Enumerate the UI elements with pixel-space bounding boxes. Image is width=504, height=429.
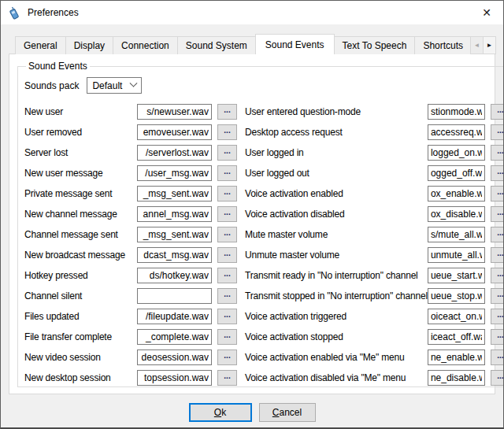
sound-event-row: File transfer complete... [21,327,237,347]
sound-event-row: User logged out... [242,163,504,183]
sound-file-input[interactable] [428,186,485,202]
browse-button[interactable]: ... [217,124,237,140]
sound-event-row: Voice activation enabled via "Me" menu..… [242,347,504,368]
sound-event-label: Private message sent [21,188,137,199]
browse-button[interactable]: ... [491,309,504,324]
browse-button[interactable]: ... [491,288,504,304]
sound-file-input[interactable] [137,349,212,365]
sounds-pack-value: Default [92,80,122,91]
cancel-button[interactable]: Cancel [259,403,316,422]
sound-file-input[interactable] [428,349,485,365]
titlebar: Preferences ✕ [1,1,503,24]
sound-file-input[interactable] [137,104,212,120]
sound-file-input[interactable] [428,370,485,386]
sounds-pack-select[interactable]: Default [87,77,142,94]
sound-file-input[interactable] [428,288,485,304]
sound-file-input[interactable] [137,145,212,161]
tab-scroll-right-icon[interactable]: ► [483,36,496,54]
sound-event-label: User entered question-mode [242,106,428,117]
browse-button[interactable]: ... [217,288,237,304]
sound-event-row: Hotkey pressed... [21,265,237,286]
tab-sound-events[interactable]: Sound Events [255,34,335,54]
sound-event-row: Voice activation stopped... [242,327,504,347]
ok-accesskey: O [214,407,221,418]
browse-button[interactable]: ... [217,247,237,263]
browse-button[interactable]: ... [217,206,237,222]
browse-button[interactable]: ... [491,124,504,140]
browse-button[interactable]: ... [491,186,504,202]
sound-file-input[interactable] [428,309,485,324]
dialog-buttons: Ok Cancel [1,403,503,422]
browse-button[interactable]: ... [491,206,504,222]
sound-file-input[interactable] [137,329,212,345]
browse-button[interactable]: ... [217,329,237,345]
browse-button[interactable]: ... [491,268,504,283]
browse-button[interactable]: ... [217,165,237,181]
sound-file-input[interactable] [137,370,212,386]
browse-button[interactable]: ... [217,186,237,202]
browse-button[interactable]: ... [217,349,237,365]
browse-button[interactable]: ... [217,370,237,386]
sound-event-row: Mute master volume... [242,224,504,245]
sound-file-input[interactable] [137,206,212,222]
browse-button[interactable]: ... [217,309,237,324]
browse-button[interactable]: ... [491,349,504,365]
sound-event-row: Files updated... [21,306,237,327]
sound-file-input[interactable] [428,268,485,283]
tab-sound-system[interactable]: Sound System [177,36,256,54]
tab-scroll-left-icon[interactable]: ◄ [470,36,484,54]
browse-button[interactable]: ... [491,145,504,161]
sound-event-row: New user... [21,102,237,122]
sound-event-label: User logged out [242,168,428,179]
browse-button[interactable]: ... [217,104,237,120]
sound-file-input[interactable] [137,165,212,181]
tab-text-to-speech[interactable]: Text To Speech [334,36,416,54]
browse-button[interactable]: ... [491,247,504,263]
sound-event-label: New user message [21,168,137,179]
chevron-down-icon [130,80,138,87]
preferences-window: Preferences ✕ GeneralDisplayConnectionSo… [0,0,504,429]
sound-event-label: Transmit stopped in "No interruption" ch… [242,290,428,301]
sound-file-input[interactable] [137,288,212,304]
sound-file-input[interactable] [137,309,212,324]
sound-file-input[interactable] [137,186,212,202]
browse-button[interactable]: ... [491,370,504,386]
sound-file-input[interactable] [428,165,485,181]
sound-event-row: New broadcast message... [21,245,237,265]
window-title: Preferences [28,7,79,18]
close-icon[interactable]: ✕ [470,1,503,24]
sounds-pack-row: Sounds pack Default [24,77,504,94]
sound-event-label: Unmute master volume [242,250,428,261]
tab-shortcuts[interactable]: Shortcuts [414,36,470,54]
tab-connection[interactable]: Connection [113,36,178,54]
ok-button[interactable]: Ok [189,403,252,422]
browse-button[interactable]: ... [491,165,504,181]
sound-file-input[interactable] [428,124,485,140]
sound-file-input[interactable] [428,329,485,345]
sound-file-input[interactable] [428,206,485,222]
sound-file-input[interactable] [428,247,485,263]
sound-event-label: Transmit ready in "No interruption" chan… [242,270,428,281]
browse-button[interactable]: ... [491,227,504,242]
sound-file-input[interactable] [428,227,485,242]
browse-button[interactable]: ... [217,145,237,161]
browse-button[interactable]: ... [217,227,237,242]
sound-event-label: Channel silent [21,290,137,301]
sound-event-label: User logged in [242,147,428,158]
sound-event-label: New desktop session [21,372,137,383]
sound-file-input[interactable] [137,227,212,242]
sound-event-label: Channel message sent [21,229,137,240]
tab-display[interactable]: Display [65,36,113,54]
sound-file-input[interactable] [137,268,212,283]
sound-event-row: Private message sent... [21,183,237,204]
sound-event-label: Voice activation stopped [242,331,428,342]
sound-file-input[interactable] [137,247,212,263]
sound-file-input[interactable] [428,104,485,120]
sound-file-input[interactable] [428,145,485,161]
tab-widget: GeneralDisplayConnectionSound SystemSoun… [9,34,495,394]
sound-file-input[interactable] [137,124,212,140]
browse-button[interactable]: ... [491,329,504,345]
tab-general[interactable]: General [15,36,66,54]
browse-button[interactable]: ... [491,104,504,120]
browse-button[interactable]: ... [217,268,237,283]
